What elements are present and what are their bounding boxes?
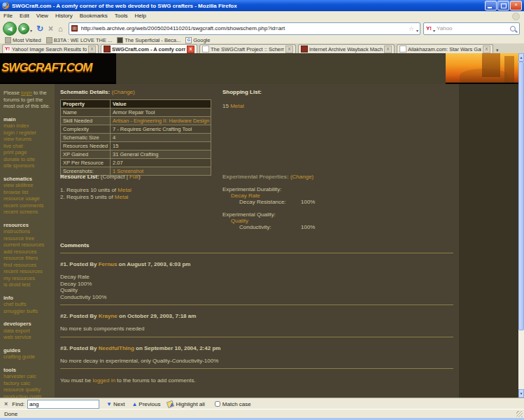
close-button[interactable]: ×: [510, 1, 522, 10]
back-button[interactable]: ◀: [3, 22, 17, 36]
scroll-up-button[interactable]: ▲: [518, 53, 524, 62]
find-previous-button[interactable]: ▲ Previous: [132, 401, 160, 407]
tab-close-icon[interactable]: x: [483, 46, 490, 53]
bookmark-star-icon[interactable]: ☆: [409, 25, 414, 32]
resize-grip[interactable]: [516, 411, 523, 417]
menu-tools[interactable]: Tools: [111, 13, 132, 19]
sidebar-item-harvester-calc[interactable]: harvester calc: [3, 373, 55, 380]
sidebar-item-donate[interactable]: donate to site: [3, 156, 55, 163]
sidebar-item-add-resources[interactable]: add resources: [3, 248, 55, 255]
shopping-metal-link[interactable]: Metal: [230, 103, 244, 109]
sidebar-item-main-index[interactable]: main index: [3, 122, 55, 130]
tab-swgcraft-active[interactable]: SWGCraft.com - A comfy corner ... x: [101, 44, 197, 53]
table-row: Schematic Size4: [61, 134, 211, 142]
menu-bookmarks[interactable]: Bookmarks: [76, 13, 111, 19]
search-engine-dropdown[interactable]: ▾: [433, 28, 435, 33]
menu-view[interactable]: View: [33, 13, 52, 19]
tab-swgcraft-project[interactable]: The SWGCraft Project :: Schematic: A... …: [199, 44, 296, 53]
comment-author-link[interactable]: Fernus: [99, 261, 118, 267]
menu-file[interactable]: File: [0, 13, 16, 19]
tab-wayback-machine[interactable]: Internet Archive Wayback Machine x: [298, 44, 395, 53]
logged-in-link[interactable]: logged in: [92, 377, 115, 384]
sidebar-item-login-register[interactable]: login / register: [3, 130, 55, 136]
sidebar-item-resource-filters[interactable]: resource filters: [3, 255, 55, 262]
tab-close-icon[interactable]: x: [285, 46, 293, 53]
menu-history[interactable]: History: [52, 13, 76, 19]
sidebar-item-crafting-guide[interactable]: crafting guide: [3, 354, 55, 360]
sidebar-item-recent-comments[interactable]: recent comments: [3, 202, 55, 209]
tab-close-icon[interactable]: x: [384, 46, 392, 53]
sidebar-item-factory-calc[interactable]: factory calc: [3, 380, 55, 387]
sidebar-item-web-service[interactable]: web service: [3, 334, 55, 341]
bookmark-superficial[interactable]: The Superficial - Beca...: [117, 37, 180, 43]
url-input[interactable]: [80, 24, 407, 34]
sidebar-item-browse-list[interactable]: browse list: [3, 189, 55, 196]
login-link[interactable]: login: [21, 90, 32, 96]
highlight-all-button[interactable]: Highlight all: [167, 401, 204, 407]
sidebar-item-instructions[interactable]: instructions: [3, 228, 55, 235]
tab-close-icon[interactable]: x: [187, 46, 194, 53]
sidebar-item-chef-buffs[interactable]: chef buffs: [3, 301, 55, 308]
menu-help[interactable]: Help: [131, 13, 149, 19]
sidebar-item-my-resources[interactable]: my resources: [3, 275, 55, 282]
forward-dropdown[interactable]: ▾: [30, 28, 32, 33]
tab-yahoo-image-search[interactable]: Y! Yahoo! Image Search Results for "armo…: [2, 44, 99, 53]
bookmark-most-visited[interactable]: Most Visited: [5, 37, 41, 43]
google-icon: G: [185, 37, 192, 43]
search-icon[interactable]: [510, 26, 516, 31]
find-input[interactable]: [27, 400, 99, 409]
comment-author-link[interactable]: NeedfulThing: [99, 345, 134, 351]
sidebar-item-current-resources[interactable]: current resources: [3, 241, 55, 248]
sidebar-item-resource-usage[interactable]: resource usage: [3, 195, 55, 202]
header-artwork: [446, 53, 518, 84]
sidebar-item-resource-tree[interactable]: resource tree: [3, 235, 55, 242]
vertical-scrollbar[interactable]: ▲ ▼: [518, 53, 524, 398]
url-bar[interactable]: ☆ ▾: [69, 22, 420, 35]
tab-list-dropdown[interactable]: ▾: [496, 48, 499, 53]
url-dropdown[interactable]: ▾: [416, 28, 418, 33]
site-logo[interactable]: SWGCRAFT.COM: [1, 61, 92, 75]
sidebar-item-recent-resources[interactable]: recent resources: [3, 268, 55, 275]
tab-close-icon[interactable]: x: [88, 46, 96, 53]
sidebar-item-view-forums[interactable]: view forums: [3, 136, 55, 143]
sidebar-item-data-export[interactable]: data export: [3, 328, 55, 335]
metal-link[interactable]: Metal: [115, 194, 129, 200]
scroll-down-button[interactable]: ▼: [518, 389, 524, 398]
sidebar-item-print-page[interactable]: print page: [3, 149, 55, 156]
find-next-button[interactable]: ▼ Next: [106, 401, 125, 407]
decay-rate-link[interactable]: Decay Rate: [231, 192, 260, 199]
skill-needed-link[interactable]: Artisan - Engineering II: Hardware Desig…: [113, 118, 209, 124]
table-row: Resources Needed15: [61, 142, 211, 150]
home-button[interactable]: ⌂: [58, 24, 63, 33]
sidebar-item-resource-quality[interactable]: resource quality: [3, 386, 55, 393]
sidebar-item-find-resources[interactable]: find resources: [3, 262, 55, 269]
sidebar-item-live-chat[interactable]: live chat: [3, 143, 55, 150]
metal-link[interactable]: Metal: [118, 187, 132, 193]
sidebar-item-smuggler-buffs[interactable]: smuggler buffs: [3, 308, 55, 315]
minimize-button[interactable]: [485, 1, 497, 10]
reload-button[interactable]: ↻: [36, 24, 43, 34]
find-close-button[interactable]: ×: [4, 400, 8, 407]
sidebar-item-recent-screens[interactable]: recent screens: [3, 209, 55, 216]
restore-button[interactable]: [497, 1, 509, 10]
match-case-checkbox[interactable]: [215, 401, 220, 407]
menu-edit[interactable]: Edit: [16, 13, 33, 19]
experimental-group: Experimental Quality: Quality Conductivi…: [222, 211, 315, 230]
search-input[interactable]: Yahoo: [437, 25, 510, 31]
scrollbar-thumb[interactable]: [518, 62, 524, 330]
forward-button[interactable]: ▶: [18, 23, 29, 34]
quality-link[interactable]: Quality: [231, 218, 248, 224]
resource-list-full-link[interactable]: Full: [129, 174, 139, 180]
experimental-change-link[interactable]: (Change): [289, 174, 314, 180]
search-box[interactable]: Y! ▾ Yahoo: [423, 22, 520, 35]
stop-button[interactable]: ×: [48, 24, 53, 34]
comment-author-link[interactable]: Krayne: [99, 313, 118, 319]
sidebar-item-view-skilltree[interactable]: view skilltree: [3, 182, 55, 189]
bookmark-b3ta[interactable]: B3TA : WE LOVE THE ...: [46, 37, 113, 43]
bookmark-google[interactable]: G Google: [185, 37, 210, 43]
title-bar[interactable]: SWGCraft.com - A comfy corner of the web…: [0, 0, 524, 11]
schematic-change-link[interactable]: (Change): [111, 89, 134, 95]
sidebar-item-droid-test[interactable]: is droid test: [3, 281, 55, 288]
tab-allakhazam[interactable]: Allakhazam.com: Star Wars Galaxies x: [397, 44, 493, 53]
sidebar-item-sponsors[interactable]: site sponsors: [3, 162, 55, 169]
